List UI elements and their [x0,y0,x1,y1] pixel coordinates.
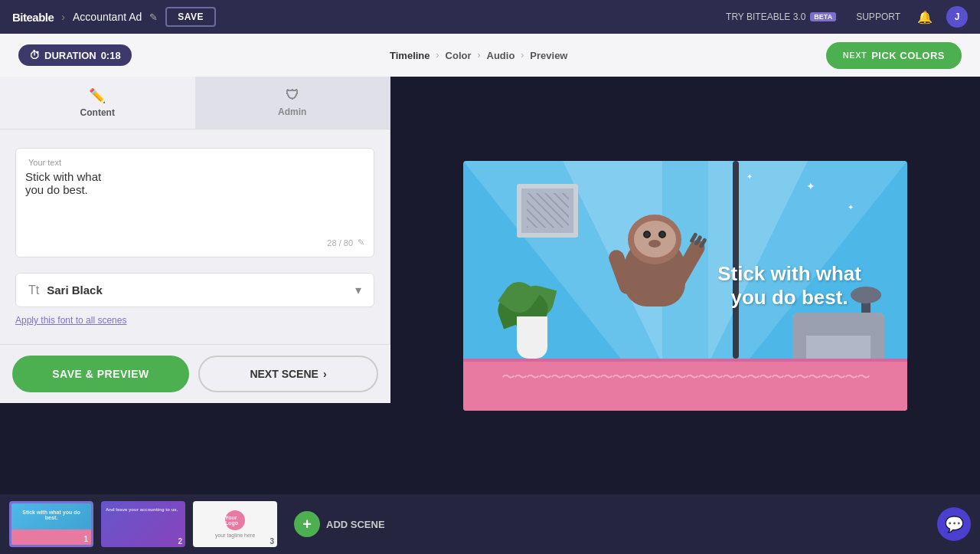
text-input[interactable]: Stick with what you do best. [25,170,364,231]
add-scene-circle: + [294,511,320,537]
chevron-down-icon: ▾ [355,283,361,297]
edit-pencil-icon[interactable]: ✎ [358,238,364,247]
font-name-label: Sari Black [47,284,103,297]
scene-preview: ✦ ✦ ✦ [463,161,907,411]
next-label: NEXT [843,51,867,60]
squiggle-decoration: 〜〜〜〜〜〜〜〜〜〜〜〜〜〜〜〜〜〜〜〜〜〜〜〜〜〜〜〜〜〜 [463,368,907,383]
frame-texture [527,193,569,228]
panel-tabs: ✏️ Content 🛡 Admin [0,77,390,129]
scene-thumbnail-2[interactable]: And leave your accounting to us. 2 [101,501,185,547]
scene-2-bg: And leave your accounting to us. [101,501,185,547]
char-count: 28 / 80 ✎ [25,238,364,247]
scene-2-text: And leave your accounting to us. [106,507,178,512]
clock-icon: ⏱ [29,49,40,61]
tab-content[interactable]: ✏️ Content [0,77,195,129]
sparkle-icon-1: ✦ [806,180,815,192]
scene-background: ✦ ✦ ✦ [463,161,907,411]
scene-1-text: Stick with what you do best. [21,510,82,520]
panel-content: Your text Stick with what you do best. 2… [0,129,390,344]
logo-placeholder: Your Logo [225,510,245,530]
beta-badge: BETA [810,12,836,21]
workflow-steps: Timeline › Color › Audio › Preview [132,50,826,61]
admin-tab-icon: 🛡 [286,87,299,103]
workflow-step-timeline[interactable]: Timeline [390,50,430,61]
save-preview-button[interactable]: SAVE & PREVIEW [12,356,189,392]
sloth-eye-left [643,231,651,238]
text-field-label: Your text [25,158,364,167]
scene-overlay-text: Stick with what you do best. [717,261,861,309]
picture-frame [517,184,578,238]
edit-project-name-icon[interactable]: ✎ [149,11,158,23]
save-button[interactable]: SAVE [165,7,216,27]
add-scene-button[interactable]: + ADD SCENE [285,505,394,543]
content-tab-icon: ✏️ [89,87,106,104]
font-selector-left: Tt Sari Black [28,284,103,297]
sloth-nose [648,240,661,247]
scene-strip: Stick with what you do best. 1 And leave… [0,494,980,554]
scene-text-line2: you do best. [717,286,861,310]
sofa-arm-right [871,324,884,359]
top-navigation: Biteable › Accountant Ad ✎ SAVE TRY BITE… [0,0,980,34]
apply-font-link[interactable]: Apply this font to all scenes [15,315,374,326]
sloth-face [634,221,676,257]
scene-thumbnail-1[interactable]: Stick with what you do best. 1 [9,501,93,547]
scene-3-bg: Your Logo your tagline here [193,501,277,547]
next-pick-colors-button[interactable]: NEXT PICK COLORS [826,42,962,69]
scene-text-line1: Stick with what [717,261,861,285]
scene-2-number: 2 [178,537,182,546]
sofa-arm-left [792,324,806,359]
workflow-step-preview[interactable]: Preview [530,50,567,61]
support-link[interactable]: SUPPORT [856,11,900,22]
pink-floor: 〜〜〜〜〜〜〜〜〜〜〜〜〜〜〜〜〜〜〜〜〜〜〜〜〜〜〜〜〜〜 [463,359,907,411]
left-panel-wrapper: ✏️ Content 🛡 Admin Your text Stick with … [0,77,390,494]
sloth-eye-right [658,231,666,238]
project-name: Accountant Ad [73,11,142,23]
sofa [792,313,884,359]
left-panel: ✏️ Content 🛡 Admin Your text Stick with … [0,77,390,344]
scene-3-number: 3 [270,537,274,546]
add-scene-label: ADD SCENE [326,519,385,530]
scene-1-number: 1 [83,535,88,543]
bottom-buttons: SAVE & PREVIEW NEXT SCENE › [0,344,390,403]
text-field-group: Your text Stick with what you do best. 2… [15,148,374,257]
sloth-head [628,215,681,264]
next-scene-label: NEXT SCENE [250,368,318,380]
workflow-bar: ⏱ DURATION 0:18 Timeline › Color › Audio… [0,34,980,77]
text-area-wrapper: Your text Stick with what you do best. 2… [15,148,374,257]
workflow-step-color[interactable]: Color [446,50,472,61]
sloth-character [605,207,704,345]
duration-badge: ⏱ DURATION 0:18 [18,44,132,66]
sloth-eyes [643,231,666,238]
duration-label: DURATION [44,50,96,61]
sparkle-icon-3: ✦ [746,172,753,181]
content-tab-label: Content [80,107,115,118]
notification-button[interactable]: 🔔 [917,10,933,25]
scene-1-floor [11,529,91,545]
try-biteable-label: TRY BITEABLE 3.0 BETA [726,11,836,22]
char-count-value: 28 / 80 [327,238,353,247]
next-scene-arrow-icon: › [323,368,327,380]
main-layout: ✏️ Content 🛡 Admin Your text Stick with … [0,77,980,494]
pole [733,161,739,359]
font-type-icon: Tt [28,284,39,297]
chat-button[interactable]: 💬 [937,507,971,541]
scene-1-bg: Stick with what you do best. [11,503,91,545]
nav-separator: › [61,11,65,23]
tab-admin[interactable]: 🛡 Admin [195,77,390,129]
app-logo: Biteable [12,11,54,24]
admin-tab-label: Admin [278,107,306,117]
user-avatar[interactable]: J [946,6,968,28]
sparkle-icon-2: ✦ [848,203,854,211]
scene-3-caption: your tagline here [215,533,255,538]
scene-thumbnail-3[interactable]: Your Logo your tagline here 3 [193,501,277,547]
plant-vase [517,316,547,359]
next-scene-button[interactable]: NEXT SCENE › [198,356,378,392]
right-preview: ✦ ✦ ✦ [390,77,980,494]
duration-value: 0:18 [101,50,121,61]
workflow-step-audio[interactable]: Audio [487,50,515,61]
pick-colors-label: PICK COLORS [871,50,945,61]
font-selector[interactable]: Tt Sari Black ▾ [15,273,374,307]
